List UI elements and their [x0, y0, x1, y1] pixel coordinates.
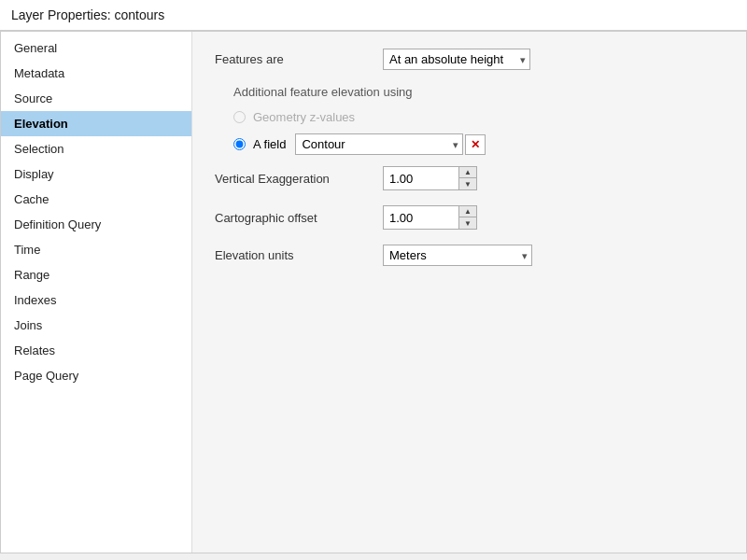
- vertical-exaggeration-label: Vertical Exaggeration: [215, 172, 383, 186]
- vertical-exaggeration-up[interactable]: ▲: [459, 167, 476, 178]
- vertical-exaggeration-buttons: ▲ ▼: [458, 167, 476, 189]
- sidebar-item-display[interactable]: Display: [1, 161, 191, 187]
- elevation-units-dropdown[interactable]: MetersFeetKilometersMiles: [383, 245, 532, 266]
- features-are-wrapper: At an absolute heightOn the groundRelati…: [383, 49, 530, 70]
- sidebar-item-elevation[interactable]: Elevation: [1, 111, 191, 136]
- sidebar-item-relates[interactable]: Relates: [1, 338, 191, 363]
- sidebar-item-selection[interactable]: Selection: [1, 136, 191, 161]
- cartographic-offset-input[interactable]: 1.00: [384, 206, 458, 229]
- a-field-label: A field: [253, 137, 286, 151]
- main-content: Features are At an absolute heightOn the…: [192, 32, 746, 553]
- additional-elevation-label: Additional feature elevation using: [215, 85, 724, 99]
- sidebar-item-page-query[interactable]: Page Query: [1, 363, 191, 388]
- sidebar: GeneralMetadataSourceElevationSelectionD…: [1, 32, 192, 553]
- a-field-radio[interactable]: [233, 138, 246, 150]
- sidebar-item-range[interactable]: Range: [1, 262, 191, 287]
- sidebar-item-indexes[interactable]: Indexes: [1, 287, 191, 313]
- geometry-z-radio[interactable]: [233, 111, 246, 123]
- a-field-row: A field ContourOBJECTIDShape ✕: [233, 133, 724, 155]
- field-dropdown[interactable]: ContourOBJECTIDShape: [295, 133, 463, 155]
- cartographic-offset-label: Cartographic offset: [215, 211, 383, 225]
- cartographic-offset-up[interactable]: ▲: [459, 206, 476, 217]
- clear-field-button[interactable]: ✕: [465, 134, 486, 155]
- vertical-exaggeration-input[interactable]: 1.00: [384, 167, 458, 189]
- cartographic-offset-buttons: ▲ ▼: [458, 206, 476, 229]
- sidebar-item-general[interactable]: General: [1, 35, 191, 61]
- field-select-row: ContourOBJECTIDShape ✕: [295, 133, 486, 155]
- radio-group: Geometry z-values A field ContourOBJECTI…: [215, 110, 724, 155]
- elevation-units-wrapper: MetersFeetKilometersMiles: [383, 245, 532, 266]
- geometry-z-row: Geometry z-values: [233, 110, 724, 124]
- sidebar-item-metadata[interactable]: Metadata: [1, 61, 191, 86]
- vertical-exaggeration-down[interactable]: ▼: [459, 178, 476, 189]
- sidebar-item-source[interactable]: Source: [1, 86, 191, 111]
- geometry-z-label: Geometry z-values: [253, 110, 355, 124]
- sidebar-item-joins[interactable]: Joins: [1, 313, 191, 338]
- dialog-title: Layer Properties: contours: [0, 0, 747, 31]
- sidebar-item-cache[interactable]: Cache: [1, 187, 191, 212]
- field-select-wrapper: ContourOBJECTIDShape: [295, 133, 463, 155]
- sidebar-item-time[interactable]: Time: [1, 237, 191, 262]
- elevation-units-label: Elevation units: [215, 248, 383, 262]
- vertical-exaggeration-spinner: 1.00 ▲ ▼: [383, 166, 477, 190]
- cartographic-offset-spinner: 1.00 ▲ ▼: [383, 205, 477, 230]
- features-are-label: Features are: [215, 52, 383, 66]
- cartographic-offset-down[interactable]: ▼: [459, 217, 476, 229]
- features-are-dropdown[interactable]: At an absolute heightOn the groundRelati…: [383, 49, 530, 70]
- sidebar-item-definition-query[interactable]: Definition Query: [1, 212, 191, 237]
